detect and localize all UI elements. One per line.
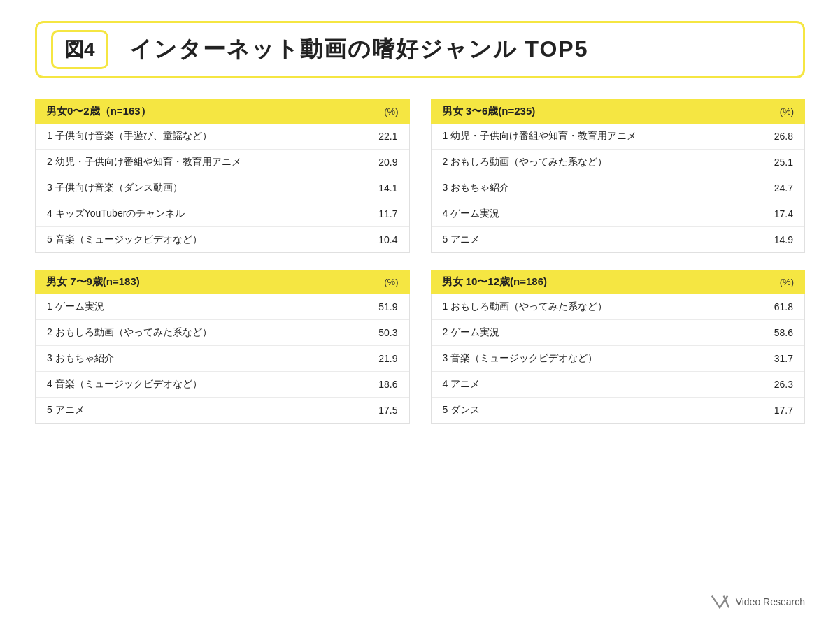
main-title: インターネット動画の嗜好ジャンル TOP5	[129, 34, 589, 65]
table-row: 4 アニメ26.3	[432, 372, 805, 398]
table-row: 3 子供向け音楽（ダンス動画）14.1	[36, 175, 409, 201]
row-label-2-1: 2 おもしろ動画（やってみた系など）	[47, 326, 212, 339]
row-value-3-0: 61.8	[769, 301, 793, 312]
tables-grid: 男女0〜2歳（n=163）(%)1 子供向け音楽（手遊び、童謡など）22.12 …	[35, 99, 805, 424]
footer-logo: Video Research	[711, 592, 805, 612]
pct-label-0: (%)	[384, 106, 398, 117]
table-row: 5 音楽（ミュージックビデオなど）10.4	[36, 227, 409, 252]
row-value-2-3: 18.6	[373, 379, 398, 390]
table-section-0: 男女0〜2歳（n=163）(%)1 子供向け音楽（手遊び、童謡など）22.12 …	[35, 99, 410, 253]
row-value-3-1: 58.6	[769, 327, 793, 338]
row-label-2-0: 1 ゲーム実況	[47, 301, 104, 313]
table-header-2: 男女 7〜9歳(n=183)(%)	[35, 270, 410, 294]
table-header-1: 男女 3〜6歳(n=235)(%)	[431, 99, 806, 124]
row-label-1-4: 5 アニメ	[443, 233, 480, 246]
table-body-2: 1 ゲーム実況51.92 おもしろ動画（やってみた系など）50.33 おもちゃ紹…	[35, 294, 410, 424]
row-value-2-2: 21.9	[373, 353, 398, 364]
table-row: 4 ゲーム実況17.4	[432, 201, 805, 227]
row-value-0-4: 10.4	[373, 234, 398, 245]
row-label-1-0: 1 幼児・子供向け番組や知育・教育用アニメ	[443, 130, 637, 143]
table-row: 5 ダンス17.7	[432, 398, 805, 423]
row-value-3-4: 17.7	[769, 405, 793, 416]
table-row: 1 子供向け音楽（手遊び、童謡など）22.1	[36, 124, 409, 150]
table-section-1: 男女 3〜6歳(n=235)(%)1 幼児・子供向け番組や知育・教育用アニメ26…	[431, 99, 806, 253]
row-label-0-1: 2 幼児・子供向け番組や知育・教育用アニメ	[47, 156, 241, 168]
pct-label-1: (%)	[780, 106, 794, 117]
table-row: 1 幼児・子供向け番組や知育・教育用アニメ26.8	[432, 124, 805, 150]
fig-badge: 図4	[51, 30, 108, 69]
row-value-0-0: 22.1	[373, 131, 398, 142]
row-value-1-2: 24.7	[769, 182, 793, 194]
table-row: 2 おもしろ動画（やってみた系など）50.3	[36, 320, 409, 346]
row-label-2-3: 4 音楽（ミュージックビデオなど）	[47, 378, 202, 391]
table-row: 4 音楽（ミュージックビデオなど）18.6	[36, 372, 409, 398]
table-row: 3 おもちゃ紹介24.7	[432, 175, 805, 201]
row-value-3-3: 26.3	[769, 379, 793, 390]
table-row: 5 アニメ14.9	[432, 227, 805, 252]
table-header-3: 男女 10〜12歳(n=186)(%)	[431, 270, 806, 294]
row-label-0-0: 1 子供向け音楽（手遊び、童謡など）	[47, 130, 212, 143]
row-label-3-4: 5 ダンス	[443, 404, 480, 417]
table-header-0: 男女0〜2歳（n=163）(%)	[35, 99, 410, 124]
header-area: 図4 インターネット動画の嗜好ジャンル TOP5	[35, 21, 805, 78]
brand-label: Video Research	[736, 596, 805, 607]
table-body-3: 1 おもしろ動画（やってみた系など）61.82 ゲーム実況58.63 音楽（ミュ…	[431, 294, 806, 424]
row-value-3-2: 31.7	[769, 353, 793, 364]
table-row: 4 キッズYouTuberのチャンネル11.7	[36, 201, 409, 227]
table-section-2: 男女 7〜9歳(n=183)(%)1 ゲーム実況51.92 おもしろ動画（やって…	[35, 270, 410, 424]
table-row: 3 おもちゃ紹介21.9	[36, 346, 409, 372]
table-row: 2 ゲーム実況58.6	[432, 320, 805, 346]
row-value-1-1: 25.1	[769, 157, 793, 168]
row-label-0-4: 5 音楽（ミュージックビデオなど）	[47, 233, 202, 246]
table-row: 2 幼児・子供向け番組や知育・教育用アニメ20.9	[36, 150, 409, 175]
row-label-3-2: 3 音楽（ミュージックビデオなど）	[443, 352, 598, 365]
table-body-1: 1 幼児・子供向け番組や知育・教育用アニメ26.82 おもしろ動画（やってみた系…	[431, 124, 806, 253]
row-value-0-2: 14.1	[373, 182, 398, 194]
row-label-3-0: 1 おもしろ動画（やってみた系など）	[443, 301, 608, 313]
row-label-0-3: 4 キッズYouTuberのチャンネル	[47, 208, 185, 220]
row-value-2-1: 50.3	[373, 327, 398, 338]
group-label-2: 男女 7〜9歳(n=183)	[46, 275, 140, 289]
row-label-1-1: 2 おもしろ動画（やってみた系など）	[443, 156, 608, 168]
row-value-1-0: 26.8	[769, 131, 793, 142]
page-container: 図4 インターネット動画の嗜好ジャンル TOP5 男女0〜2歳（n=163）(%…	[0, 0, 840, 629]
table-row: 5 アニメ17.5	[36, 398, 409, 423]
pct-label-3: (%)	[780, 277, 794, 287]
group-label-1: 男女 3〜6歳(n=235)	[442, 105, 536, 118]
row-value-1-4: 14.9	[769, 234, 793, 245]
row-label-3-3: 4 アニメ	[443, 378, 480, 391]
row-label-1-2: 3 おもちゃ紹介	[443, 182, 510, 194]
row-label-3-1: 2 ゲーム実況	[443, 326, 500, 339]
pct-label-2: (%)	[384, 277, 398, 287]
group-label-0: 男女0〜2歳（n=163）	[46, 105, 151, 118]
row-label-2-2: 3 おもちゃ紹介	[47, 352, 114, 365]
row-value-2-4: 17.5	[373, 405, 398, 416]
table-row: 3 音楽（ミュージックビデオなど）31.7	[432, 346, 805, 372]
table-section-3: 男女 10〜12歳(n=186)(%)1 おもしろ動画（やってみた系など）61.…	[431, 270, 806, 424]
table-row: 1 ゲーム実況51.9	[36, 294, 409, 320]
row-label-1-3: 4 ゲーム実況	[443, 208, 500, 220]
table-body-0: 1 子供向け音楽（手遊び、童謡など）22.12 幼児・子供向け番組や知育・教育用…	[35, 124, 410, 253]
row-label-0-2: 3 子供向け音楽（ダンス動画）	[47, 182, 183, 194]
vr-logo-icon	[711, 592, 730, 612]
table-row: 2 おもしろ動画（やってみた系など）25.1	[432, 150, 805, 175]
group-label-3: 男女 10〜12歳(n=186)	[442, 275, 547, 289]
row-label-2-4: 5 アニメ	[47, 404, 85, 417]
row-value-0-3: 11.7	[373, 208, 398, 219]
table-row: 1 おもしろ動画（やってみた系など）61.8	[432, 294, 805, 320]
row-value-0-1: 20.9	[373, 157, 398, 168]
row-value-2-0: 51.9	[373, 301, 398, 312]
row-value-1-3: 17.4	[769, 208, 793, 219]
